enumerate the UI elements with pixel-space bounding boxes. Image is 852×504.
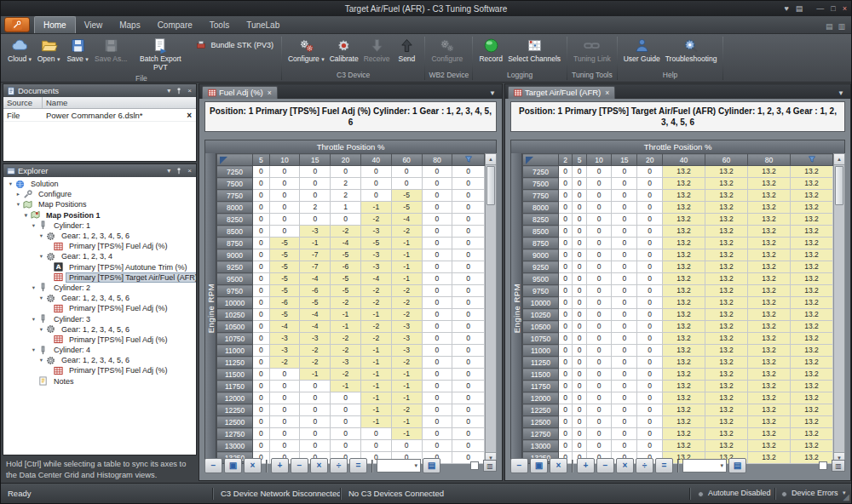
row-header[interactable]: 7750 [217, 190, 253, 202]
grid-cell[interactable]: 0 [612, 178, 637, 190]
row-header[interactable]: 7250 [217, 166, 253, 178]
grid-cell[interactable]: 13.2 [791, 345, 833, 357]
grid-cell[interactable]: 0 [331, 404, 361, 416]
grid-cell[interactable]: 0 [612, 226, 637, 238]
filter-icon[interactable] [791, 154, 833, 166]
grid-cell[interactable]: 0 [612, 238, 637, 249]
grid-cell[interactable]: 13.2 [748, 345, 791, 357]
grid-cell[interactable]: -3 [360, 226, 391, 238]
grid-cell[interactable]: 0 [559, 309, 573, 321]
grid-cell[interactable]: 0 [573, 309, 586, 321]
grid-cell[interactable]: -2 [391, 309, 422, 321]
grid-cell[interactable]: 0 [573, 166, 586, 178]
grid-cell[interactable]: 0 [637, 333, 663, 345]
grid-cell[interactable]: -3 [269, 333, 300, 345]
grid-cell[interactable]: -1 [391, 392, 422, 404]
grid-cell[interactable]: 0 [422, 309, 452, 321]
grid-cell[interactable]: 0 [452, 404, 485, 416]
grid-tool-clear-button[interactable]: × [550, 458, 567, 473]
grid-cell[interactable]: 0 [612, 297, 637, 309]
menu-tab-compare[interactable]: Compare [149, 17, 201, 33]
grid-cell[interactable]: 0 [637, 404, 663, 416]
grid-cell[interactable]: 13.2 [791, 392, 833, 404]
grid-cell[interactable]: 13.2 [791, 214, 833, 226]
grid-cell[interactable]: 0 [269, 440, 300, 452]
grid-tool-times-button[interactable]: × [616, 458, 634, 473]
grid-cell[interactable]: 0 [573, 392, 586, 404]
tree-item-primary-tps-autotune-trim[interactable]: APrimary [TPS%] Autotune Trim (%) [3, 262, 196, 272]
ribbon-button-calibrate[interactable]: Calibrate [327, 35, 361, 64]
grid-cell[interactable]: 0 [253, 261, 270, 273]
grid-cell[interactable]: 0 [612, 273, 637, 285]
grid-cell[interactable]: 0 [452, 333, 485, 345]
grid-cell[interactable]: 0 [612, 392, 637, 404]
grid-cell[interactable]: -1 [391, 238, 422, 249]
panel-chevron-icon[interactable]: ▾ [166, 88, 171, 94]
grid-cell[interactable]: 0 [269, 166, 300, 178]
grid-cell[interactable]: -2 [391, 226, 422, 238]
ribbon-button-batch-export-pvt[interactable]: Batch Export PVT [130, 35, 191, 72]
tab-close-icon[interactable]: × [268, 89, 272, 97]
grid-tool-equals-button[interactable]: = [349, 458, 367, 473]
app-menu-button[interactable] [4, 17, 30, 32]
grid-cell[interactable]: 0 [300, 381, 331, 392]
grid-cell[interactable]: -1 [391, 428, 422, 440]
grid-cell[interactable]: 13.2 [748, 333, 791, 345]
grid-cell[interactable]: 0 [559, 416, 573, 428]
grid-cell[interactable]: -1 [331, 321, 361, 333]
ribbon-button-configure[interactable]: Configure ▾ [285, 35, 327, 64]
grid-cell[interactable]: 13.2 [663, 285, 705, 297]
grid-cell[interactable]: -6 [331, 261, 361, 273]
grid-cell[interactable]: 0 [637, 166, 663, 178]
grid-cell[interactable]: 0 [559, 238, 573, 249]
grid-cell[interactable]: 0 [612, 321, 637, 333]
row-header[interactable]: 8250 [217, 214, 253, 226]
grid-cell[interactable]: 0 [612, 190, 637, 202]
grid-cell[interactable]: 13.2 [705, 178, 748, 190]
menu-tab-maps[interactable]: Maps [111, 17, 148, 33]
grid-cell[interactable]: 0 [300, 392, 331, 404]
grid-tool-apply-button[interactable]: ▤ [423, 458, 440, 473]
grid-cell[interactable]: 0 [573, 321, 586, 333]
vertical-scrollbar[interactable]: ▲ ▼ [833, 153, 845, 464]
row-header[interactable]: 12500 [217, 416, 253, 428]
grid-cell[interactable]: 0 [422, 226, 452, 238]
panel-close-icon[interactable]: × [187, 88, 193, 94]
grid-cell[interactable]: 0 [612, 381, 637, 392]
grid-cell[interactable]: 13.2 [791, 333, 833, 345]
grid-cell[interactable]: 13.2 [663, 226, 705, 238]
grid-tool-fill-button[interactable]: ▣ [530, 458, 548, 473]
grid-cell[interactable]: 2 [300, 202, 331, 214]
row-header[interactable]: 9250 [523, 261, 559, 273]
tree-item-cylinder-4[interactable]: ▾Cylinder: 4 [3, 345, 196, 355]
grid-cell[interactable]: 0 [422, 214, 452, 226]
grid-cell[interactable]: 13.2 [748, 404, 791, 416]
grid-cell[interactable]: 0 [559, 285, 573, 297]
grid-cell[interactable]: 13.2 [705, 333, 748, 345]
grid-cell[interactable]: -2 [331, 297, 361, 309]
grid-cell[interactable]: 0 [573, 357, 586, 369]
grid-cell[interactable]: 0 [573, 261, 586, 273]
grid-cell[interactable]: 13.2 [748, 238, 791, 249]
grid-cell[interactable]: -2 [360, 285, 391, 297]
grid-cell[interactable]: 13.2 [791, 309, 833, 321]
column-header[interactable]: 10 [586, 154, 612, 166]
grid-cell[interactable]: 0 [253, 297, 270, 309]
grid-cell[interactable]: 13.2 [663, 261, 705, 273]
grid-cell[interactable]: 13.2 [705, 238, 748, 249]
grid-cell[interactable]: 0 [422, 178, 452, 190]
grid-cell[interactable]: 0 [360, 190, 391, 202]
grid-cell[interactable]: 0 [253, 416, 270, 428]
grid-corner[interactable] [217, 154, 253, 166]
grid-cell[interactable]: 13.2 [705, 261, 748, 273]
grid-cell[interactable]: 0 [612, 249, 637, 261]
grid-cell[interactable]: 13.2 [748, 202, 791, 214]
row-header[interactable]: 9500 [523, 273, 559, 285]
grid-cell[interactable]: 0 [391, 178, 422, 190]
row-header[interactable]: 7500 [217, 178, 253, 190]
grid-tool-times-button[interactable]: × [310, 458, 328, 473]
grid-cell[interactable]: 0 [559, 428, 573, 440]
panel-pin-icon[interactable] [174, 167, 184, 175]
row-header[interactable]: 10250 [523, 309, 559, 321]
grid-cell[interactable]: 13.2 [748, 357, 791, 369]
